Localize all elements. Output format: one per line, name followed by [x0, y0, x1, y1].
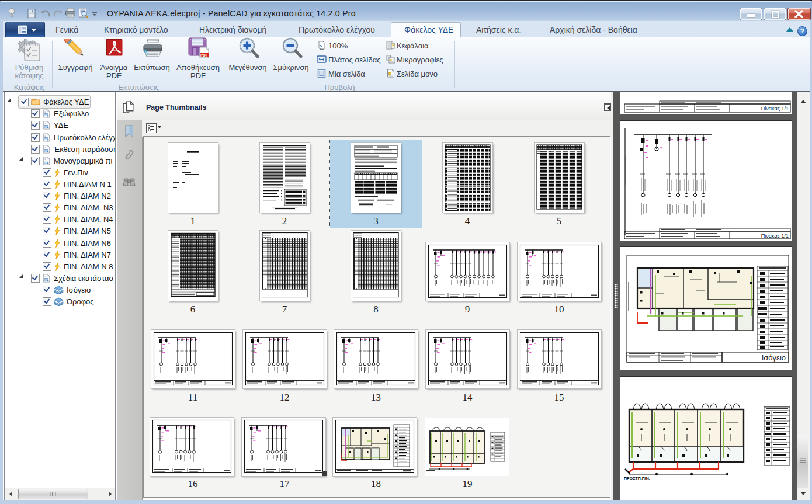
- svg-text:Πίνακας 1/1: Πίνακας 1/1: [761, 106, 789, 112]
- svg-text:PDF: PDF: [200, 53, 208, 57]
- svg-text:ΠΡΟΣΤΠ.ΠΙΝ.: ΠΡΟΣΤΠ.ΠΙΝ.: [624, 477, 650, 481]
- svg-text:Ισόγειο: Ισόγειο: [762, 353, 786, 362]
- svg-text:Πίνακας 1/1: Πίνακας 1/1: [761, 233, 789, 239]
